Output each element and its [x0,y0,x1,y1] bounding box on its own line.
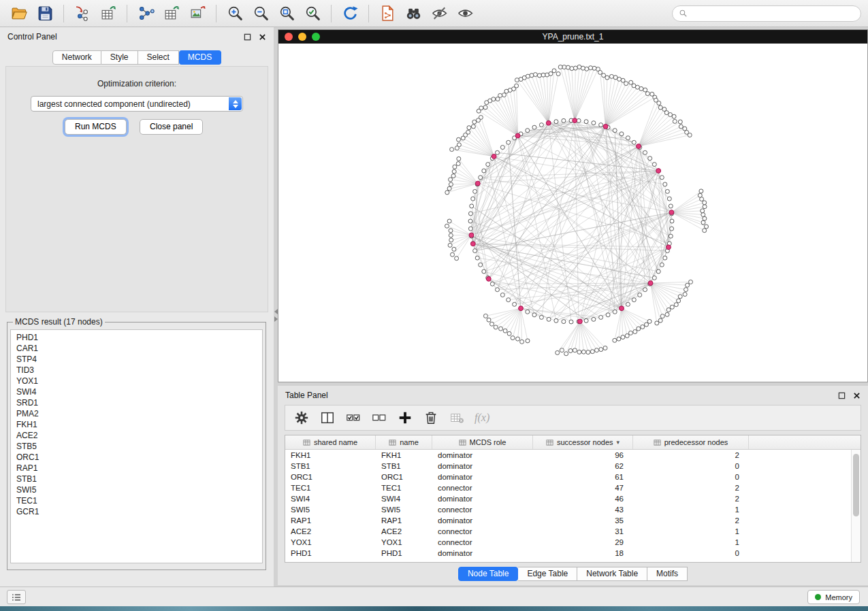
zoom-in-button[interactable] [223,3,247,24]
table-cell[interactable]: dominator [432,549,533,557]
table-cell[interactable]: SWI4 [376,495,432,503]
run-mcds-button[interactable]: Run MCDS [65,119,127,135]
table-cell[interactable]: dominator [432,451,533,459]
table-row[interactable]: ORC1ORC1dominator610 [285,472,851,482]
column-header-predecessor-nodes[interactable]: predecessor nodes [633,435,749,449]
table-cell[interactable]: 1 [633,506,749,514]
table-cell[interactable]: 2 [633,451,749,459]
window-zoom-button[interactable] [312,33,320,41]
table-row[interactable]: YOX1YOX1connector291 [285,537,851,548]
table-cell[interactable]: dominator [432,495,533,503]
hide-selected-button[interactable] [427,3,451,24]
close-panel-icon[interactable] [259,33,266,41]
table-cell[interactable]: SWI5 [285,506,376,514]
tab-select[interactable]: Select [138,50,179,65]
tab-network-table[interactable]: Network Table [577,567,647,581]
save-session-button[interactable] [33,3,57,24]
table-cell[interactable]: 1 [633,527,749,535]
table-cell[interactable]: dominator [432,473,533,481]
mcds-result-item[interactable]: YOX1 [11,376,262,386]
new-network-button[interactable] [133,3,158,24]
table-cell[interactable]: 61 [533,473,633,481]
mcds-result-item[interactable]: ORC1 [11,452,262,463]
table-cell[interactable]: PHD1 [376,549,432,557]
memory-button[interactable]: Memory [807,590,860,604]
search-input[interactable] [691,9,854,18]
table-cell[interactable]: 18 [533,549,633,557]
table-cell[interactable]: 0 [633,462,749,470]
mcds-result-item[interactable]: ACE2 [11,430,262,441]
table-row[interactable]: FKH1FKH1dominator962 [285,450,851,461]
network-graph[interactable] [278,44,867,382]
table-cell[interactable]: 43 [533,506,633,514]
mcds-result-item[interactable]: TID3 [11,365,262,376]
mcds-result-item[interactable]: STB5 [11,441,262,452]
table-cell[interactable]: 2 [633,516,749,525]
optimization-criterion-select[interactable]: largest connected component (undirected) [31,96,243,112]
table-row[interactable]: RAP1RAP1dominator352 [285,515,851,526]
table-cell[interactable]: 29 [533,538,633,546]
mcds-result-item[interactable]: CAR1 [11,343,262,354]
table-cell[interactable]: connector [432,484,533,492]
tab-motifs[interactable]: Motifs [647,567,688,581]
table-vertical-scrollbar[interactable] [851,450,861,562]
table-cell[interactable]: 35 [533,516,633,525]
mcds-result-item[interactable]: PHD1 [11,332,262,343]
scrollbar-thumb[interactable] [853,454,859,516]
zoom-selected-button[interactable] [300,3,325,24]
zoom-fit-button[interactable] [274,3,299,24]
table-cell[interactable]: PHD1 [285,549,376,557]
sort-arrow-icon[interactable]: ▾ [617,439,620,446]
table-cell[interactable]: STB1 [376,462,432,470]
table-row[interactable]: TEC1TEC1connector472 [285,482,851,493]
column-header-shared-name[interactable]: shared name [285,435,376,449]
mcds-result-item[interactable]: SWI4 [11,386,262,397]
tab-edge-table[interactable]: Edge Table [518,567,577,581]
mcds-result-item[interactable]: STB1 [11,474,262,484]
column-header-successor-nodes[interactable]: successor nodes▾ [533,435,633,449]
mcds-result-list[interactable]: PHD1CAR1STP4TID3YOX1SWI4SRD1PMA2FKH1ACE2… [10,329,263,563]
table-cell[interactable]: 46 [533,495,633,503]
table-cell[interactable]: dominator [432,462,533,470]
network-window-titlebar[interactable]: YPA_prune.txt_1 [278,30,867,44]
float-panel-icon[interactable] [838,392,846,399]
show-all-button[interactable] [453,3,477,24]
table-cell[interactable]: ORC1 [376,473,432,481]
table-cell[interactable]: 47 [533,484,633,492]
table-cell[interactable]: FKH1 [376,451,432,459]
window-minimize-button[interactable] [298,33,306,41]
table-cell[interactable]: RAP1 [376,516,432,525]
mcds-result-item[interactable]: RAP1 [11,463,262,474]
table-cell[interactable]: connector [432,506,533,514]
table-row[interactable]: SWI4SWI4dominator462 [285,493,851,504]
export-document-button[interactable] [375,3,400,24]
table-cell[interactable]: 31 [533,527,633,535]
float-panel-icon[interactable] [244,33,251,41]
table-row[interactable]: PHD1PHD1dominator180 [285,548,851,559]
table-row[interactable]: ACE2ACE2connector311 [285,526,851,537]
close-panel-button[interactable]: Close panel [140,119,203,135]
column-header-MCDS-role[interactable]: MCDS role [432,435,533,449]
table-cell[interactable]: SWI5 [376,506,432,514]
table-cell[interactable]: ACE2 [285,527,376,535]
mcds-result-item[interactable]: SWI5 [11,484,262,495]
select-all-columns-button[interactable] [342,408,364,427]
first-neighbors-button[interactable] [401,3,425,24]
mcds-result-item[interactable]: PMA2 [11,408,262,419]
mcds-result-item[interactable]: GCR1 [11,506,262,517]
export-image-button[interactable] [185,3,210,24]
table-cell[interactable]: RAP1 [285,516,376,525]
close-panel-icon[interactable] [853,392,861,399]
delete-column-button[interactable] [420,408,442,427]
table-cell[interactable]: STB1 [285,462,376,470]
tab-style[interactable]: Style [101,50,138,65]
table-cell[interactable]: TEC1 [285,484,376,492]
table-cell[interactable]: 2 [633,484,749,492]
tab-node-table[interactable]: Node Table [458,567,519,581]
mcds-result-item[interactable]: FKH1 [11,419,262,430]
table-cell[interactable]: TEC1 [376,484,432,492]
table-cell[interactable]: YOX1 [376,538,432,546]
table-cell[interactable]: connector [432,538,533,546]
refresh-layout-button[interactable] [338,3,362,24]
table-cell[interactable]: FKH1 [285,451,376,459]
